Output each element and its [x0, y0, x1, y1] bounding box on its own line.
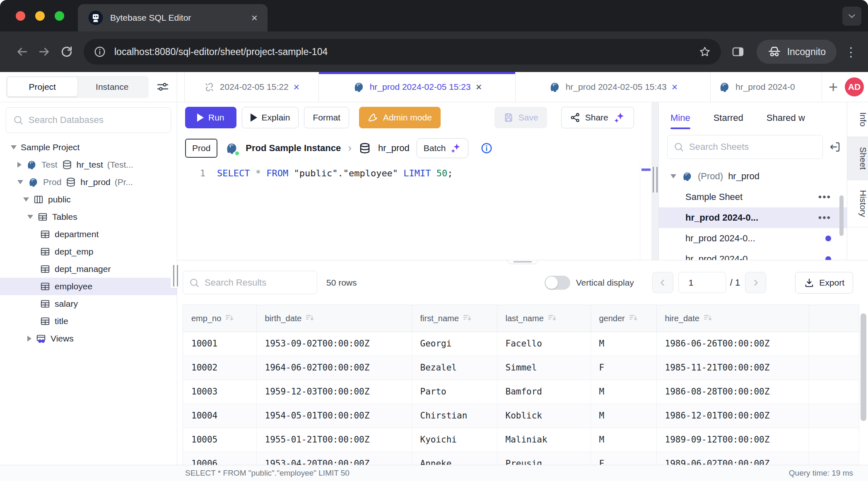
cell[interactable]: Georgi — [412, 332, 497, 356]
sheet-item-selected[interactable]: hr_prod 2024-0... ••• — [659, 207, 847, 228]
cell[interactable]: 10006 — [183, 452, 256, 465]
caret-down-icon[interactable] — [670, 174, 676, 178]
column-header-hire-date[interactable]: hire_date — [656, 305, 809, 332]
cell[interactable]: 1954-05-01T00:00:00Z — [256, 404, 412, 428]
tree-item-table-dept-emp[interactable]: dept_emp — [0, 243, 177, 260]
cell[interactable]: 10002 — [183, 356, 256, 380]
sort-icon[interactable] — [703, 313, 713, 323]
close-tab-icon[interactable]: × — [476, 82, 482, 92]
site-info-icon[interactable] — [94, 46, 106, 58]
sidebar-resize-handle[interactable] — [171, 264, 181, 288]
sql-code-editor[interactable]: 1 SELECT * FROM "public"."employee" LIMI… — [177, 163, 651, 260]
tree-item-table-title[interactable]: title — [0, 313, 177, 330]
sheet-search-input[interactable] — [689, 142, 817, 152]
vertical-display-toggle[interactable] — [545, 276, 570, 290]
export-button[interactable]: Export — [795, 272, 853, 293]
sheet-item[interactable]: hr_prod 2024-0 — [659, 249, 847, 260]
new-sheet-tab-button[interactable]: + — [829, 78, 838, 96]
forward-button[interactable] — [33, 41, 55, 63]
sheet-search[interactable] — [667, 135, 823, 159]
tree-item-prod-db[interactable]: Prod hr_prod (Pr... — [0, 173, 177, 191]
tree-item-table-dept-manager[interactable]: dept_manager — [0, 260, 177, 278]
editor-tab-3[interactable]: hr_prod 2024-02-05 15:43 × — [516, 72, 711, 102]
cell[interactable]: Kyoichi — [412, 428, 497, 452]
sort-icon[interactable] — [224, 313, 234, 323]
tree-item-table-salary[interactable]: salary — [0, 295, 177, 313]
cell[interactable]: M — [591, 404, 656, 428]
close-tab-icon[interactable]: × — [294, 82, 300, 92]
cell[interactable]: Anneke — [412, 452, 497, 465]
cell[interactable]: 1959-12-03T00:00:00Z — [256, 380, 412, 404]
tree-item-views[interactable]: Views — [0, 330, 177, 347]
browser-menu-icon[interactable]: ⋮ — [845, 45, 857, 59]
next-page-button[interactable] — [745, 272, 766, 293]
cell[interactable]: Bezalel — [412, 356, 497, 380]
vtab-sheet[interactable]: Sheet — [847, 137, 868, 180]
cell[interactable]: 1986-06-26T00:00:00Z — [656, 332, 809, 356]
more-actions-icon[interactable]: ••• — [818, 191, 831, 203]
results-search-input[interactable] — [205, 277, 311, 288]
tab-instance[interactable]: Instance — [77, 77, 147, 96]
cell[interactable]: Simmel — [497, 356, 591, 380]
column-header-last-name[interactable]: last_name — [497, 305, 591, 332]
sql-code-line[interactable]: SELECT * FROM "public"."employee" LIMIT … — [217, 163, 453, 260]
editor-tab-2-active[interactable]: hr_prod 2024-02-05 15:23 × — [319, 72, 516, 102]
prev-page-button[interactable] — [652, 272, 673, 293]
filter-icon[interactable] — [154, 80, 171, 94]
cell[interactable]: F — [591, 452, 656, 465]
column-header-gender[interactable]: gender — [591, 305, 656, 332]
results-scrollbar[interactable] — [861, 313, 866, 421]
tree-item-test-db[interactable]: Test hr_test (Test... — [0, 156, 177, 173]
close-tab-icon[interactable]: × — [672, 82, 678, 92]
sheet-item[interactable]: hr_prod 2024-0... — [659, 228, 847, 249]
caret-down-icon[interactable] — [23, 197, 29, 202]
save-button[interactable]: Save — [494, 107, 547, 128]
cell[interactable]: 1989-09-12T00:00:00Z — [656, 428, 809, 452]
column-header-birth-date[interactable]: birth_date — [256, 305, 412, 332]
side-panel-icon[interactable] — [727, 41, 749, 63]
back-button[interactable] — [11, 41, 33, 63]
user-avatar[interactable]: AD — [845, 77, 864, 96]
database-search[interactable] — [6, 107, 171, 133]
more-actions-icon[interactable]: ••• — [818, 212, 831, 224]
tab-shared[interactable]: Shared w — [767, 113, 805, 123]
caret-down-icon[interactable] — [17, 180, 23, 184]
tree-item-schema-public[interactable]: public — [0, 191, 177, 208]
bookmark-star-icon[interactable] — [699, 46, 711, 58]
sort-icon[interactable] — [628, 313, 638, 323]
cell[interactable]: M — [591, 380, 656, 404]
cell[interactable]: Preusig — [497, 452, 591, 465]
editor-tab-1[interactable]: 2024-02-05 15:22 × — [184, 72, 319, 102]
cell[interactable]: 1964-06-02T00:00:00Z — [256, 356, 412, 380]
cell[interactable]: 10003 — [183, 380, 256, 404]
collapse-panel-icon[interactable] — [829, 141, 841, 153]
run-button[interactable]: Run — [185, 107, 236, 128]
caret-down-icon[interactable] — [27, 215, 33, 219]
cell[interactable]: Bamford — [497, 380, 591, 404]
cell[interactable]: 1953-04-20T00:00:00Z — [256, 452, 412, 465]
url-text[interactable]: localhost:8080/sql-editor/sheet/project-… — [114, 46, 699, 58]
cell[interactable]: F — [591, 356, 656, 380]
format-button[interactable]: Format — [304, 107, 349, 128]
cell[interactable]: 1989-06-02T00:00:00Z — [656, 452, 809, 465]
tab-starred[interactable]: Starred — [714, 113, 743, 123]
cell[interactable]: 1985-11-21T00:00:00Z — [656, 356, 809, 380]
info-circle-icon[interactable] — [480, 142, 493, 154]
caret-right-icon[interactable] — [27, 336, 31, 342]
column-header-emp-no[interactable]: emp_no — [183, 305, 256, 332]
instance-name[interactable]: Prod Sample Instance — [246, 143, 341, 154]
panel-resize-gutter[interactable] — [651, 102, 658, 260]
sheet-group-root[interactable]: (Prod) hr_prod — [659, 166, 847, 187]
url-bar[interactable]: localhost:8080/sql-editor/sheet/project-… — [84, 39, 721, 65]
explain-button[interactable]: Explain — [242, 107, 299, 128]
cell[interactable]: 1955-01-21T00:00:00Z — [256, 428, 412, 452]
sheet-list-scrollbar[interactable] — [839, 195, 844, 236]
panel-resize-handle[interactable] — [653, 167, 658, 192]
cell[interactable]: 10005 — [183, 428, 256, 452]
editor-overview-ruler[interactable] — [640, 163, 651, 260]
tree-item-table-department[interactable]: department — [0, 226, 177, 243]
cell[interactable]: Chirstian — [412, 404, 497, 428]
admin-mode-button[interactable]: Admin mode — [359, 107, 441, 128]
share-button[interactable]: Share — [561, 107, 634, 128]
cell[interactable]: M — [591, 332, 656, 356]
